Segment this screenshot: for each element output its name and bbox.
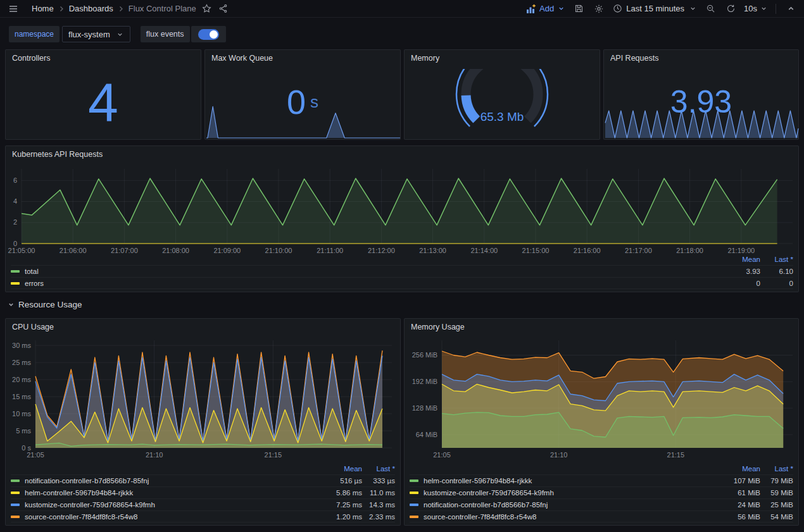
share-icon[interactable] [217, 2, 230, 16]
panel-title[interactable]: Memory [405, 50, 600, 66]
series-label[interactable]: kustomize-controller-759d768654-k9fmh [25, 501, 311, 509]
series-label[interactable]: helm-controller-5967b94b84-rjkkk [424, 477, 710, 485]
legend-header: Mean Last * [410, 463, 793, 474]
series-last: 59 MiB [760, 489, 793, 497]
controllers-stat-value: 4 [88, 75, 118, 129]
legend-header-mean[interactable]: Mean [311, 465, 362, 473]
legend-row: kustomize-controller-759d768654-k9fmh 61… [410, 486, 793, 498]
series-last: 25 MiB [760, 501, 793, 509]
kubernetes-api-requests-chart[interactable]: 024621:05:0021:06:0021:07:0021:08:0021:0… [6, 163, 798, 256]
memory-legend: Mean Last * helm-controller-5967b94b84-r… [410, 463, 793, 523]
legend-header-last[interactable]: Last * [760, 465, 793, 473]
panel-title[interactable]: CPU Usage [6, 319, 400, 335]
series-mean: 107 MiB [710, 477, 760, 485]
series-mean: 61 MiB [710, 489, 760, 497]
svg-text:21:10: 21:10 [146, 451, 163, 459]
panel-title[interactable]: Max Work Queue [205, 50, 400, 66]
api-requests-stat-value: 3.93 [670, 86, 732, 118]
svg-text:64 MiB: 64 MiB [416, 431, 437, 438]
series-last: 79 MiB [760, 477, 793, 485]
top-nav-bar: Home Dashboards Flux Control Plane Add [0, 0, 804, 18]
series-mean: 56 MiB [710, 513, 760, 521]
svg-text:15 ms: 15 ms [12, 393, 31, 400]
memory-usage-chart[interactable]: 64 MiB128 MiB192 MiB256 MiB21:0521:1021:… [405, 335, 798, 461]
series-label[interactable]: notification-controller-b7d8566b7-85fnj [25, 477, 311, 485]
chevron-right-icon [118, 6, 124, 12]
memory-gauge-value: 65.3 Mb [481, 110, 524, 123]
chevron-right-icon [58, 6, 65, 12]
series-label[interactable]: source-controller-7f84df8fc8-r54w8 [25, 513, 311, 521]
cpu-legend: Mean Last * notification-controller-b7d8… [11, 463, 395, 523]
series-label[interactable]: source-controller-7f84df8fc8-r54w8 [424, 513, 710, 521]
toggle-switch [198, 29, 219, 40]
memory-gauge-panel: Memory 65.3 Mb [404, 49, 600, 140]
series-last: 54 MiB [760, 513, 793, 521]
legend-row: notification-controller-b7d8566b7-85fnj … [11, 474, 395, 486]
legend-row: helm-controller-5967b94b84-rjkkk 5.86 ms… [11, 486, 395, 498]
collapse-topnav-chevron-up-icon[interactable] [784, 2, 798, 16]
series-label[interactable]: total [25, 268, 710, 275]
legend-row: notification-controller-b7d8566b7-85fnj … [410, 498, 793, 510]
svg-text:20 ms: 20 ms [12, 376, 31, 383]
flux-events-control: flux events [141, 26, 226, 42]
legend-header-mean[interactable]: Mean [710, 256, 760, 263]
series-color-swatch [11, 270, 20, 273]
svg-text:30 ms: 30 ms [12, 342, 31, 349]
legend-header-mean[interactable]: Mean [710, 465, 760, 473]
svg-text:21:05: 21:05 [433, 451, 451, 459]
svg-text:21:05: 21:05 [27, 451, 44, 459]
refresh-icon[interactable] [724, 2, 738, 16]
legend-header-last[interactable]: Last * [362, 465, 395, 473]
series-last: 333 µs [362, 477, 395, 485]
svg-text:25 ms: 25 ms [12, 359, 31, 366]
time-range-label: Last 15 minutes [626, 4, 684, 13]
series-color-swatch [11, 282, 20, 285]
add-button-label: Add [539, 4, 554, 13]
series-last: 11.0 ms [362, 489, 395, 497]
legend-row: helm-controller-5967b94b84-rjkkk 107 MiB… [410, 474, 793, 486]
panel-title[interactable]: API Requests [604, 50, 798, 66]
refresh-interval-picker[interactable]: 10s [744, 2, 768, 16]
save-dashboard-icon[interactable] [572, 2, 586, 16]
cpu-usage-chart[interactable]: 0 s5 ms10 ms15 ms20 ms25 ms30 ms21:0521:… [6, 335, 399, 461]
chevron-down-icon [759, 2, 768, 16]
series-color-swatch [410, 479, 418, 482]
svg-text:21:15: 21:15 [667, 451, 685, 459]
svg-text:4: 4 [13, 197, 17, 205]
series-label[interactable]: errors [25, 280, 710, 287]
svg-text:2: 2 [13, 218, 17, 226]
panel-title[interactable]: Kubernetes API Requests [6, 146, 798, 163]
refresh-interval-label: 10s [744, 4, 757, 13]
legend-row: errors 0 0 [11, 277, 793, 289]
time-range-picker[interactable]: Last 15 minutes [612, 2, 697, 16]
resource-usage-row-toggle[interactable]: Resource Usage [6, 300, 82, 309]
flux-events-toggle[interactable] [191, 26, 226, 42]
series-color-swatch [410, 516, 418, 518]
top-nav-actions: Add Last 15 minutes [525, 2, 798, 16]
memory-gauge: 65.3 Mb [444, 69, 560, 135]
dashboard-settings-gear-icon[interactable] [592, 2, 606, 16]
namespace-variable-select[interactable]: flux-system [62, 26, 130, 42]
series-color-swatch [410, 492, 418, 494]
zoom-out-time-icon[interactable] [703, 2, 717, 16]
max-work-queue-stat-value: 0 [287, 85, 306, 119]
hamburger-menu-icon[interactable] [6, 2, 20, 16]
series-mean: 516 µs [311, 477, 362, 485]
breadcrumb-dashboards[interactable]: Dashboards [68, 4, 115, 13]
toolbar-divider [776, 4, 776, 14]
legend-row: source-controller-7f84df8fc8-r54w8 56 Mi… [410, 510, 793, 523]
panel-title[interactable]: Memory Usage [405, 319, 798, 335]
series-mean: 3.93 [710, 268, 760, 275]
graph-bar-plus-icon [525, 2, 537, 16]
flux-events-label: flux events [141, 26, 190, 42]
namespace-variable-label: namespace [9, 26, 60, 42]
series-label[interactable]: helm-controller-5967b94b84-rjkkk [25, 489, 311, 497]
series-mean: 1.20 ms [311, 513, 362, 521]
series-label[interactable]: kustomize-controller-759d768654-k9fmh [424, 489, 710, 497]
legend-header-last[interactable]: Last * [760, 256, 793, 263]
add-button[interactable]: Add [525, 2, 565, 16]
panel-title[interactable]: Controllers [6, 50, 201, 66]
star-icon[interactable] [200, 2, 214, 16]
series-label[interactable]: notification-controller-b7d8566b7-85fnj [424, 501, 710, 509]
breadcrumb-home[interactable]: Home [30, 4, 55, 13]
